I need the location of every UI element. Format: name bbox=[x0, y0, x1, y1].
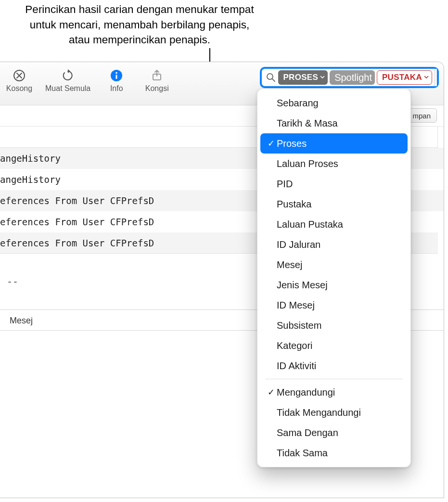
dropdown-item[interactable]: ✓Proses bbox=[260, 133, 408, 154]
filter-token-process[interactable]: PROSES bbox=[278, 70, 328, 85]
reload-label: Muat Semula bbox=[45, 84, 90, 93]
dropdown-item-label: Laluan Pustaka bbox=[277, 219, 343, 230]
check-icon: ✓ bbox=[265, 138, 277, 149]
check-icon: ✓ bbox=[265, 387, 277, 398]
share-label: Kongsi bbox=[145, 84, 169, 93]
svg-point-2 bbox=[115, 72, 117, 74]
clear-button[interactable]: Kosong bbox=[5, 66, 34, 93]
dropdown-item-label: Sebarang bbox=[277, 98, 319, 109]
reload-button[interactable]: Muat Semula bbox=[45, 66, 90, 93]
dropdown-item[interactable]: Pustaka bbox=[260, 194, 408, 214]
dropdown-item[interactable]: Sebarang bbox=[260, 93, 408, 113]
dropdown-item[interactable]: Tidak Mengandungi bbox=[260, 402, 408, 423]
dropdown-item-label: Tidak Sama bbox=[277, 448, 328, 459]
info-label: Info bbox=[110, 84, 123, 93]
dropdown-item[interactable]: Jenis Mesej bbox=[260, 275, 408, 295]
dropdown-item[interactable]: ID Aktiviti bbox=[260, 356, 408, 376]
search-field[interactable]: PROSES Spotlight PUSTAKA bbox=[260, 67, 439, 88]
dropdown-item[interactable]: Tarikh & Masa bbox=[260, 113, 408, 133]
filter-token-value-label: Spotlight bbox=[334, 72, 372, 83]
dropdown-item-label: Mesej bbox=[277, 259, 302, 270]
search-tail bbox=[434, 69, 437, 86]
dropdown-item-label: Jenis Mesej bbox=[277, 280, 328, 291]
share-icon bbox=[151, 68, 163, 83]
filter-token-value[interactable]: Spotlight bbox=[330, 70, 375, 85]
dropdown-item-label: Kategori bbox=[277, 340, 313, 351]
clear-icon bbox=[13, 68, 26, 83]
info-button[interactable]: Info bbox=[102, 66, 131, 93]
dropdown-item-label: Pustaka bbox=[277, 199, 311, 210]
dropdown-item-label: Subsistem bbox=[277, 320, 321, 331]
dropdown-item-label: PID bbox=[277, 179, 293, 190]
chevron-down-icon bbox=[424, 74, 429, 81]
dropdown-item[interactable]: Sama Dengan bbox=[260, 423, 408, 443]
dropdown-item-label: Proses bbox=[277, 138, 307, 149]
callout-text: Perincikan hasil carian dengan menukar t… bbox=[19, 2, 260, 48]
dropdown-item[interactable]: Subsistem bbox=[260, 315, 408, 335]
clear-label: Kosong bbox=[6, 84, 32, 93]
toolbar-group: Kosong Muat Semula Info Kongsi bbox=[5, 66, 171, 93]
dropdown-item[interactable]: ✓Mengandungi bbox=[260, 382, 408, 402]
dropdown-item-label: ID Aktiviti bbox=[277, 360, 316, 372]
dropdown-item[interactable]: Kategori bbox=[260, 335, 408, 356]
dropdown-item[interactable]: ID Mesej bbox=[260, 295, 408, 315]
filter-token-library[interactable]: PUSTAKA bbox=[377, 70, 432, 85]
dropdown-item[interactable]: Laluan Pustaka bbox=[260, 214, 408, 234]
filter-token-process-label: PROSES bbox=[283, 73, 318, 82]
dropdown-item[interactable]: Laluan Proses bbox=[260, 154, 408, 174]
dropdown-item-label: ID Jaluran bbox=[277, 239, 320, 250]
share-button[interactable]: Kongsi bbox=[142, 66, 171, 93]
dropdown-item-label: Laluan Proses bbox=[277, 158, 338, 169]
dropdown-separator bbox=[265, 379, 403, 379]
svg-rect-3 bbox=[116, 75, 117, 79]
dropdown-item-label: Tidak Mengandungi bbox=[277, 407, 361, 418]
chevron-down-icon bbox=[320, 74, 325, 81]
info-icon bbox=[110, 68, 123, 83]
dropdown-item[interactable]: Tidak Sama bbox=[260, 443, 408, 463]
dropdown-item[interactable]: ID Jaluran bbox=[260, 234, 408, 255]
dropdown-item-label: Tarikh & Masa bbox=[277, 118, 338, 129]
filter-dropdown: SebarangTarikh & Masa✓ProsesLaluan Prose… bbox=[257, 89, 411, 467]
svg-point-5 bbox=[267, 74, 273, 79]
filter-token-library-label: PUSTAKA bbox=[382, 73, 422, 82]
reload-icon bbox=[62, 68, 74, 83]
search-icon bbox=[264, 73, 278, 82]
dropdown-item-label: Mengandungi bbox=[277, 387, 335, 398]
dropdown-item-label: ID Mesej bbox=[277, 300, 315, 311]
dropdown-item-label: Sama Dengan bbox=[277, 427, 338, 438]
dropdown-item[interactable]: Mesej bbox=[260, 255, 408, 275]
dropdown-item[interactable]: PID bbox=[260, 174, 408, 194]
